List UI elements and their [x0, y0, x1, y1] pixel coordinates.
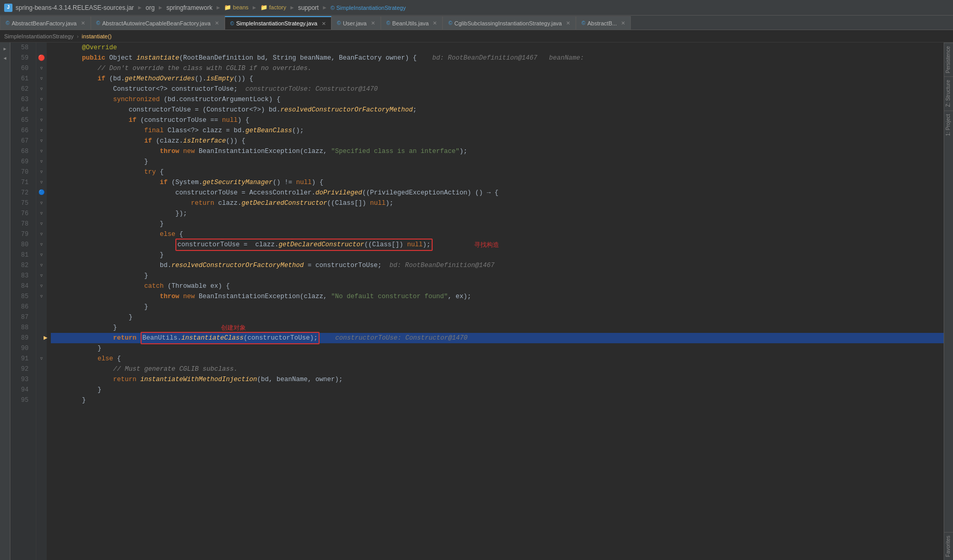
- kw-return-75: return: [191, 198, 218, 208]
- line-num-95: 95: [10, 395, 32, 405]
- fold-70[interactable]: ▽: [40, 167, 43, 177]
- code-89a: [51, 333, 113, 343]
- tab-icon-1: ©: [6, 20, 9, 26]
- code-line-84: catch (Throwable ex) {: [51, 281, 944, 291]
- sidebar-label-persistence[interactable]: Persistence: [944, 43, 953, 76]
- gutter-70: ▽: [36, 167, 47, 177]
- code-line-70: try {: [51, 167, 944, 177]
- kw-else-79: else: [51, 229, 179, 240]
- code-89-highlight: BeanUtils.instantiateClass(constructorTo…: [141, 332, 320, 344]
- code-line-86: }: [51, 302, 944, 312]
- breadcrumb-beans[interactable]: 📁 beans: [224, 4, 248, 11]
- sidebar-left-icon-1[interactable]: ▶: [1, 45, 9, 53]
- sub-breadcrumb-class[interactable]: SimpleInstantiationStrategy: [4, 33, 74, 39]
- type-accesscontroller: AccessController: [250, 188, 312, 198]
- code-line-92: // Must generate CGLIB subclass.: [51, 364, 944, 374]
- fold-65[interactable]: ▽: [40, 115, 43, 125]
- gutter-90: [36, 343, 47, 354]
- code-71b: .: [199, 177, 203, 188]
- code-70: {: [160, 167, 164, 177]
- sidebar-label-structure[interactable]: Z: Structure: [944, 76, 953, 110]
- tab-close-1[interactable]: ✕: [81, 20, 85, 26]
- tab-label-4: User.java: [343, 20, 367, 26]
- line-num-61: 61: [10, 74, 32, 84]
- tab-icon-3: ©: [230, 21, 234, 26]
- tab-abstractbeanfactory[interactable]: © AbstractBeanFactory.java ✕: [0, 16, 91, 30]
- fold-66[interactable]: ▽: [40, 125, 43, 136]
- code-line-66: final Class<?> clazz = bd.getBeanClass()…: [51, 125, 944, 136]
- fold-68[interactable]: ▽: [40, 146, 43, 157]
- param-beanname: beanName,: [300, 53, 339, 63]
- sidebar-left-icon-2[interactable]: ◀: [1, 54, 9, 62]
- tab-close-7[interactable]: ✕: [621, 20, 625, 26]
- fold-69[interactable]: ▽: [40, 157, 43, 167]
- kw-catch-84: catch: [51, 281, 168, 291]
- tab-label-2: AbstractAutowireCapableBeanFactory.java: [102, 20, 211, 26]
- kw-if-61: if: [51, 74, 109, 84]
- tab-close-4[interactable]: ✕: [371, 20, 375, 26]
- fold-60[interactable]: ▽: [40, 63, 43, 74]
- line-num-58: 58: [10, 43, 32, 53]
- fold-63[interactable]: ▽: [40, 94, 43, 105]
- gutter-69: ▽: [36, 157, 47, 167]
- breadcrumb-org[interactable]: org: [146, 4, 155, 11]
- code-line-71: if (System.getSecurityManager() != null)…: [51, 177, 944, 188]
- tab-simpleinstantiation[interactable]: © SimpleInstantiationStrategy.java ✕: [225, 16, 332, 30]
- gutter-72[interactable]: 🔵: [36, 188, 47, 198]
- code-lines: @Override public Object instantiate(Root…: [47, 43, 944, 560]
- line-num-79: 79: [10, 229, 32, 240]
- code-80-indent: [51, 240, 175, 250]
- tab-abstractautowire[interactable]: © AbstractAutowireCapableBeanFactory.jav…: [91, 16, 225, 30]
- kw-new-85: new: [183, 291, 199, 302]
- breadcrumb-springframework[interactable]: springframework: [167, 4, 213, 11]
- code-63: (bd.constructorArgumentLock) {: [164, 94, 281, 105]
- sidebar-label-favorites[interactable]: Favorites: [944, 532, 953, 560]
- sidebar-label-project[interactable]: 1: Project: [944, 110, 953, 139]
- code-91: {: [117, 354, 121, 364]
- code-line-94: }: [51, 385, 944, 395]
- breadcrumb-factory[interactable]: 📁 factory: [260, 4, 286, 11]
- fold-67[interactable]: ▽: [40, 136, 43, 146]
- sidebar-right: Persistence Z: Structure 1: Project Favo…: [944, 43, 953, 560]
- tab-close-6[interactable]: ✕: [566, 20, 570, 26]
- kw-throw-85: throw: [51, 291, 183, 302]
- fold-61[interactable]: ▽: [40, 74, 43, 84]
- title-bar: J spring-beans-4.3.14.RELEASE-sources.ja…: [0, 0, 953, 16]
- fold-71[interactable]: ▽: [40, 177, 43, 188]
- type-beanfactory: BeanFactory: [339, 53, 385, 63]
- gutter-75: ▽: [36, 198, 47, 208]
- code-line-79: else {: [51, 229, 944, 240]
- annotation-find-constructor: 寻找构造: [474, 240, 499, 250]
- tab-close-2[interactable]: ✕: [215, 20, 219, 26]
- tab-close-5[interactable]: ✕: [433, 20, 437, 26]
- method-instantiate: instantiate: [136, 53, 179, 63]
- gutter-95: [36, 395, 47, 405]
- code-line-83: }: [51, 271, 944, 281]
- code-line-88: } 创建对象: [51, 323, 944, 333]
- gutter-59[interactable]: 🔴: [36, 53, 47, 63]
- tab-close-3[interactable]: ✕: [322, 21, 326, 26]
- breadcrumb-class[interactable]: © SimpleInstantiationStrategy: [330, 5, 406, 11]
- kw-throw-68: throw: [51, 146, 183, 157]
- code-66b: ();: [292, 125, 304, 136]
- hint-62: constructorToUse: Constructor@1470: [238, 84, 378, 94]
- jar-name: spring-beans-4.3.14.RELEASE-sources.jar: [16, 4, 134, 11]
- comment-92: // Must generate CGLIB subclass.: [51, 364, 238, 374]
- line-num-87: 87: [10, 312, 32, 323]
- tab-cglib[interactable]: © CglibSubclassingInstantiationStrategy.…: [443, 16, 575, 30]
- tab-user[interactable]: © User.java ✕: [332, 16, 381, 30]
- code-area[interactable]: 58 59 60 61 62 63 64 65 66 67 68 69 70 7…: [10, 43, 944, 560]
- gutter-58: [36, 43, 47, 53]
- code-content[interactable]: 58 59 60 61 62 63 64 65 66 67 68 69 70 7…: [10, 43, 944, 560]
- code-84: (: [168, 281, 172, 291]
- code-69: }: [51, 157, 148, 167]
- fold-64[interactable]: ▽: [40, 105, 43, 115]
- sub-breadcrumb-method[interactable]: instantiate(): [82, 33, 112, 39]
- gutter-66: ▽: [36, 125, 47, 136]
- gutter-87: [36, 312, 47, 323]
- tab-abstractb[interactable]: © AbstractB... ✕: [576, 16, 631, 30]
- fold-62[interactable]: ▽: [40, 84, 43, 94]
- tab-beanutils[interactable]: © BeanUtils.java ✕: [381, 16, 443, 30]
- breadcrumb-support[interactable]: support: [298, 4, 319, 11]
- line-num-69: 69: [10, 157, 32, 167]
